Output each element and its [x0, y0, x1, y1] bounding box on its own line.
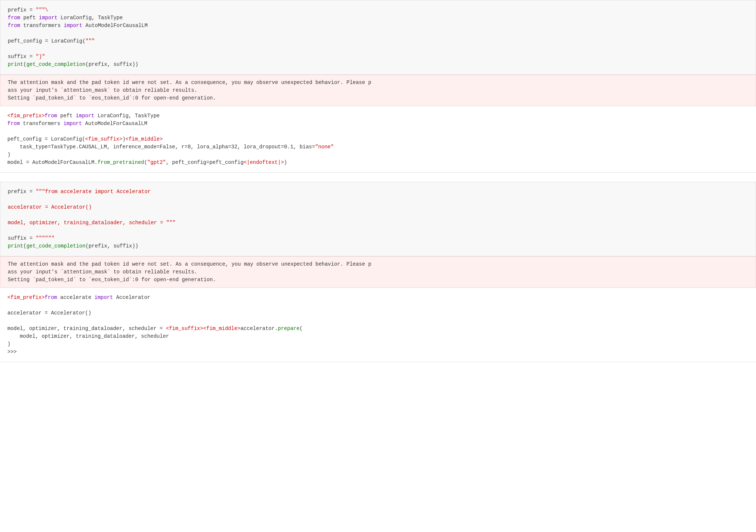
code-block-2: prefix = """from accelerate import Accel… — [0, 182, 756, 256]
page-container: prefix = """\ from peft import LoraConfi… — [0, 0, 756, 532]
code-block-1: prefix = """\ from peft import LoraConfi… — [0, 0, 756, 75]
section-gap — [0, 173, 756, 182]
output-block-1: <fim_prefix>from peft import LoraConfig,… — [0, 106, 756, 173]
output-block-2: <fim_prefix>from accelerate import Accel… — [0, 288, 756, 362]
warning-block-2: The attention mask and the pad token id … — [0, 256, 756, 288]
warning-block-1: The attention mask and the pad token id … — [0, 75, 756, 106]
